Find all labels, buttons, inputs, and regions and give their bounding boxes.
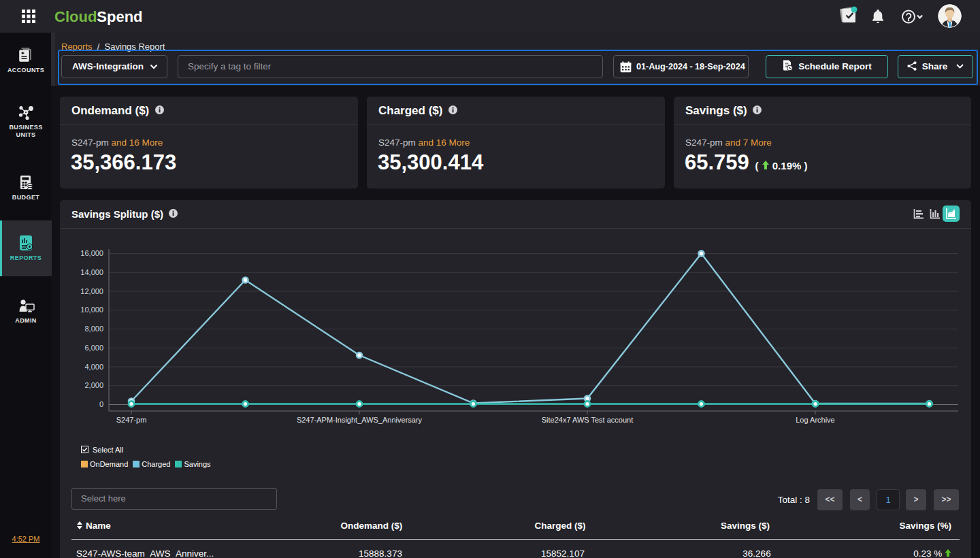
svg-text:S247-pm: S247-pm (116, 416, 147, 424)
svg-text:14,000: 14,000 (80, 267, 103, 276)
svg-text:Log Archive: Log Archive (796, 416, 834, 424)
svg-text:12,000: 12,000 (80, 286, 103, 295)
svg-text:2,000: 2,000 (84, 381, 103, 389)
svg-text:6,000: 6,000 (84, 343, 103, 351)
svg-text:Site24x7 AWS Test account: Site24x7 AWS Test account (542, 416, 634, 424)
svg-text:S247-APM-Insight_AWS_Anniversa: S247-APM-Insight_AWS_Anniversary (297, 416, 423, 424)
svg-text:4,000: 4,000 (84, 362, 103, 370)
svg-text:10,000: 10,000 (80, 306, 103, 314)
svg-text:0: 0 (99, 400, 103, 408)
svg-text:16,000: 16,000 (80, 249, 103, 257)
svg-text:8,000: 8,000 (84, 325, 103, 333)
